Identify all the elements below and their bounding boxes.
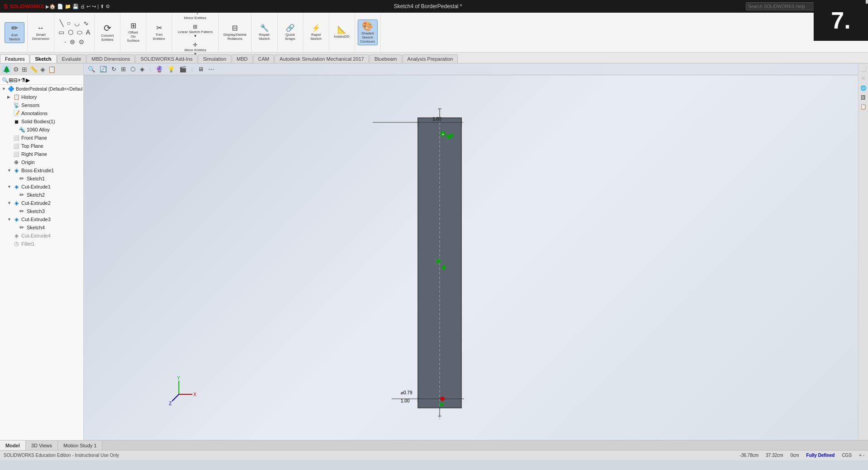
arrow-icon[interactable]: ▶ <box>26 77 30 83</box>
collapse-icon[interactable]: ⊟ <box>13 77 18 83</box>
save-btn[interactable]: 💾 <box>72 4 79 10</box>
viewport[interactable]: 🔍 🔄 ↻ ⊞ ⬡ ◈ | 🔮 💡 🎬 | 🖥 ⋯ 1.00 <box>84 63 858 440</box>
feature-tree-icon[interactable]: 🌲 <box>2 65 11 74</box>
tab-evaluate[interactable]: Evaluate <box>57 54 86 63</box>
tab-features[interactable]: Features <box>0 54 29 63</box>
tree-item-cut-extrude2[interactable]: ▼ ◈ Cut-Extrude2 <box>0 199 83 207</box>
rect-tool[interactable]: ▭ <box>57 28 66 37</box>
tree-item-right-plane[interactable]: ▶ ⬜ Right Plane <box>0 150 83 158</box>
vp-scene-icon[interactable]: 🎬 <box>178 65 188 73</box>
circle-tool[interactable]: ○ <box>66 19 72 27</box>
model-tab-model[interactable]: Model <box>0 441 26 450</box>
quick-snaps-button[interactable]: 🔗 QuickSnaps <box>280 23 300 42</box>
tree-item-sketch2[interactable]: ▶ ✏ Sketch2 <box>0 191 83 199</box>
poly-tool[interactable]: ⬡ <box>67 28 75 37</box>
tab-mbd[interactable]: MBD <box>232 54 253 63</box>
cut2-expand[interactable]: ▼ <box>7 201 13 205</box>
vp-monitors-icon[interactable]: 🖥 <box>197 65 205 73</box>
filter-type-icon[interactable]: ⚗ <box>21 77 26 83</box>
exit-sketch-button[interactable]: ✏ ExitSketch <box>5 22 24 43</box>
dim-expert-icon[interactable]: 📏 <box>29 65 38 74</box>
rp-decals-btn[interactable]: 🖼 <box>860 94 867 101</box>
select-tool[interactable]: ⬆ <box>100 4 104 10</box>
tab-cam[interactable]: CAM <box>253 54 274 63</box>
custom-props-icon[interactable]: 📋 <box>47 65 57 74</box>
tree-item-front-plane[interactable]: ▶ ⬜ Front Plane <box>0 134 83 142</box>
tree-item-top-plane[interactable]: ▶ ⬜ Top Plane <box>0 142 83 150</box>
property-manager-icon[interactable]: ⚙ <box>12 65 20 74</box>
model-tab-motion-study[interactable]: Motion Study 1 <box>58 441 102 450</box>
vp-view-icon[interactable]: ⬡ <box>129 65 137 73</box>
filter-icon[interactable]: 🔍 <box>2 77 9 83</box>
mirror-entities-button[interactable]: ⊣ Mirror Entities <box>182 7 208 21</box>
tree-item-annotations[interactable]: ▶ 📝 Annotations <box>0 109 83 117</box>
offset-entities-button[interactable]: ⊞ OffsetOnSurface <box>123 21 143 44</box>
cut3-expand[interactable]: ▼ <box>7 217 13 222</box>
vp-zoom-icon[interactable]: 🔍 <box>86 65 96 73</box>
offset-on-surface[interactable]: ⊜ <box>68 38 77 46</box>
tab-bluebeam[interactable]: Bluebeam <box>369 54 402 63</box>
vp-pan-icon[interactable]: 🔄 <box>98 65 108 73</box>
spline-tool[interactable]: ∿ <box>82 19 90 27</box>
vp-render-icon[interactable]: 🔮 <box>154 65 164 73</box>
tree-item-material[interactable]: ▶ 🔩 1060 Alloy <box>0 126 83 134</box>
tree-item-boss-extrude1[interactable]: ▼ ◈ Boss-Extrude1 <box>0 166 83 174</box>
tree-item-cut-extrude4[interactable]: ▶ ◈ Cut-Extrude4 <box>0 232 83 240</box>
vp-rotate-icon[interactable]: ↻ <box>110 65 118 73</box>
zoom-controls[interactable]: + - <box>859 453 864 458</box>
trim-entities-button[interactable]: ✂ TrimEntities <box>149 23 169 42</box>
tab-autodesk[interactable]: Autodesk Simulation Mechanical 2017 <box>274 54 369 63</box>
shaded-sketch-contours-button[interactable]: 🎨 ShadedSketchContours <box>358 19 378 45</box>
expand-all-icon[interactable]: ⊞ <box>9 77 13 83</box>
tree-item-sketch3[interactable]: ▶ ✏ Sketch3 <box>0 207 83 215</box>
vp-options-icon[interactable]: ⋯ <box>207 65 216 73</box>
model-tab-3d-views[interactable]: 3D Views <box>26 441 58 450</box>
centerline-tool[interactable]: ⊝ <box>77 38 86 46</box>
rp-view-btn[interactable]: ⬜ <box>859 65 868 73</box>
vp-appearance-icon[interactable]: 💡 <box>166 65 176 73</box>
smart-dimension-button[interactable]: ↔ SmartDimension <box>30 23 51 42</box>
point-tool[interactable]: · <box>63 38 67 46</box>
line-tool[interactable]: ╲ <box>58 19 65 27</box>
rp-custom-btn[interactable]: 📋 <box>859 103 868 111</box>
rp-appear-btn[interactable]: ✕ <box>860 75 866 82</box>
vp-display-icon[interactable]: ◈ <box>139 65 146 73</box>
print-btn[interactable]: 🖨 <box>80 4 85 9</box>
tree-item-sensors[interactable]: ▶ 📡 Sensors <box>0 101 83 109</box>
history-expand[interactable]: ▶ <box>7 95 13 99</box>
rapid-sketch-button[interactable]: ⚡ RapidSketch <box>306 23 326 42</box>
tree-item-sketch1[interactable]: ▶ ✏ Sketch1 <box>0 174 83 183</box>
root-expand[interactable]: ▼ <box>2 87 7 91</box>
home-btn[interactable]: 🏠 <box>49 4 56 10</box>
tree-item-origin[interactable]: ▶ ⊕ Origin <box>0 158 83 166</box>
arc-tool[interactable]: ◡ <box>73 19 81 27</box>
config-manager-icon[interactable]: ⊞ <box>21 65 28 74</box>
tree-item-cut-extrude1[interactable]: ▼ ◈ Cut-Extrude1 <box>0 183 83 191</box>
linear-pattern-dropdown[interactable]: ▼ <box>193 34 197 38</box>
display-delete-relations-button[interactable]: ⊟ Display/DeleteRelations <box>221 23 249 42</box>
tree-item-solid-bodies[interactable]: ▶ ◼ Solid Bodies(1) <box>0 117 83 126</box>
tree-item-fillet1[interactable]: ▶ ◷ Fillet1 <box>0 240 83 248</box>
options-btn[interactable]: ⚙ <box>106 4 110 10</box>
tree-root[interactable]: ▼ 🔷 BorderPedestal (Default<<Defaul <box>0 85 83 93</box>
tab-sw-addins[interactable]: SOLIDWORKS Add-Ins <box>135 54 197 63</box>
tab-sketch[interactable]: Sketch <box>30 54 56 63</box>
cut1-expand[interactable]: ▼ <box>7 184 13 189</box>
repair-sketch-button[interactable]: 🔧 RepairSketch <box>254 23 274 42</box>
new-btn[interactable]: 📄 <box>57 4 63 10</box>
open-btn[interactable]: 📁 <box>65 4 71 10</box>
redo-btn[interactable]: ↪ <box>92 4 96 10</box>
tab-mbd-dimensions[interactable]: MBD Dimensions <box>86 54 135 63</box>
ellipse-tool[interactable]: ⬭ <box>76 28 84 37</box>
tree-item-history[interactable]: ▶ 📋 History <box>0 93 83 101</box>
linear-sketch-pattern-button[interactable]: ⊞ Linear Sketch Pattern ▼ <box>175 22 216 39</box>
tree-item-cut-extrude3[interactable]: ▼ ◈ Cut-Extrude3 <box>0 215 83 223</box>
instant2d-button[interactable]: 📐 Instant2D <box>332 25 352 40</box>
tree-item-sketch4[interactable]: ▶ ✏ Sketch4 <box>0 223 83 232</box>
convert-entities-button[interactable]: ⟳ ConvertEntities <box>97 22 117 43</box>
magnify-icon[interactable]: + <box>18 77 21 83</box>
boss-expand[interactable]: ▼ <box>7 168 13 173</box>
vp-section-icon[interactable]: ⊞ <box>120 65 127 73</box>
undo-btn[interactable]: ↩ <box>86 4 91 10</box>
appearance-icon[interactable]: ◈ <box>39 65 46 74</box>
